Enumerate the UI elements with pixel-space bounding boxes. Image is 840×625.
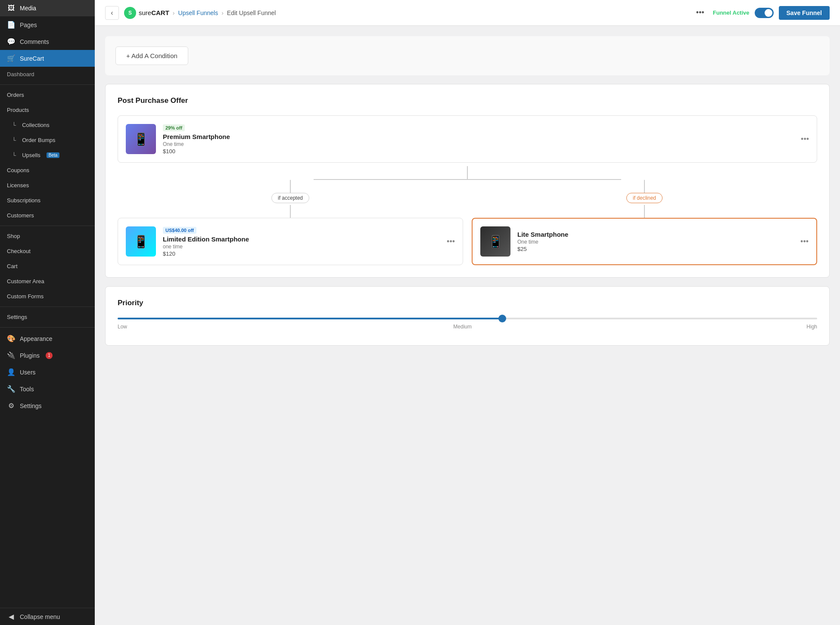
sidebar-item-order-bumps[interactable]: └ Order Bumps <box>0 133 95 148</box>
collapse-icon: ◀ <box>7 613 16 621</box>
cart-label: Cart <box>7 263 18 269</box>
sidebar-item-orders[interactable]: Orders <box>0 87 95 102</box>
add-condition-section: + Add A Condition <box>105 36 830 75</box>
main-product-frequency: One time <box>163 141 809 147</box>
appearance-icon: 🎨 <box>7 334 16 343</box>
sidebar-item-pages[interactable]: 📄 Pages <box>0 16 95 33</box>
slider-high-label: High <box>806 324 817 330</box>
sidebar-item-dashboard[interactable]: Dashboard <box>0 67 95 82</box>
settings-label: Settings <box>20 402 42 409</box>
collapse-label: Collapse menu <box>20 613 60 620</box>
shop-label: Shop <box>7 233 20 239</box>
orders-label: Orders <box>7 92 24 98</box>
accepted-product-info: US$40.00 off Limited Edition Smartphone … <box>163 226 455 257</box>
priority-card: Priority Low Medium High <box>105 286 830 346</box>
save-funnel-button[interactable]: Save Funnel <box>779 6 830 20</box>
sidebar-item-coupons[interactable]: Coupons <box>0 163 95 178</box>
declined-product-name: Lite Smartphone <box>517 231 809 238</box>
sidebar-item-custom-forms[interactable]: Custom Forms <box>0 289 95 304</box>
main-area: ‹ S sureCART › Upsell Funnels › Edit Ups… <box>95 0 840 625</box>
accepted-product-image: 📱 <box>126 226 156 257</box>
sidebar-item-appearance[interactable]: 🎨 Appearance <box>0 330 95 347</box>
flow-branch-line <box>314 179 622 180</box>
accepted-product-frequency: one time <box>163 244 455 250</box>
declined-branch: if declined 📱 Lite Smartphone One time $… <box>472 180 817 265</box>
logo-text: sureCART <box>139 9 169 16</box>
breadcrumb-upsell-funnels[interactable]: Upsell Funnels <box>178 9 218 16</box>
accepted-product-card: 📱 US$40.00 off Limited Edition Smartphon… <box>118 218 463 265</box>
priority-title: Priority <box>118 299 817 307</box>
flow-diagram: if accepted 📱 US$40.00 off Limited Editi… <box>118 166 817 265</box>
plugins-badge: 1 <box>46 352 53 359</box>
users-label: Users <box>20 369 36 376</box>
sidebar-item-products[interactable]: Products <box>0 102 95 118</box>
sidebar-item-surecart[interactable]: 🛒 SureCart <box>0 50 95 67</box>
collection-tree-icon: └ <box>12 122 16 128</box>
plugins-label: Plugins <box>20 352 40 359</box>
sidebar-item-settings[interactable]: ⚙ Settings <box>0 397 95 414</box>
sidebar-item-collections[interactable]: └ Collections <box>0 118 95 133</box>
accepted-product-discount: US$40.00 off <box>163 227 196 234</box>
priority-slider-fill <box>118 318 502 319</box>
sidebar-item-subscriptions[interactable]: Subscriptions <box>0 193 95 208</box>
sidebar-item-label: Pages <box>20 22 37 28</box>
sidebar-item-customers[interactable]: Customers <box>0 208 95 223</box>
orderbumps-tree-icon: └ <box>12 137 16 143</box>
collections-label: Collections <box>22 122 50 128</box>
sidebar-item-comments[interactable]: 💬 Comments <box>0 33 95 50</box>
sidebar-item-label: Media <box>20 5 36 12</box>
slider-low-label: Low <box>118 324 127 330</box>
back-button[interactable]: ‹ <box>105 6 119 20</box>
priority-slider-thumb[interactable] <box>498 315 506 322</box>
sidebar-item-upsells[interactable]: └ Upsells Beta <box>0 148 95 163</box>
main-product-info: 29% off Premium Smartphone One time $100 <box>163 124 809 155</box>
accepted-product-options-button[interactable]: ••• <box>445 235 457 248</box>
sidebar-item-collapse[interactable]: ◀ Collapse menu <box>0 608 95 625</box>
declined-product-card: 📱 Lite Smartphone One time $25 ••• <box>472 218 817 265</box>
topbar-more-options-button[interactable]: ••• <box>693 6 708 19</box>
sidebar-item-customer-area[interactable]: Customer Area <box>0 274 95 289</box>
customer-area-label: Customer Area <box>7 278 44 285</box>
sidebar-item-licenses[interactable]: Licenses <box>0 178 95 193</box>
sidebar-item-users[interactable]: 👤 Users <box>0 364 95 381</box>
tools-label: Tools <box>20 386 34 393</box>
breadcrumb-sep-2: › <box>221 9 224 16</box>
beta-badge: Beta <box>47 152 60 158</box>
declined-product-price: $25 <box>517 246 809 252</box>
flow-line-top <box>467 166 468 179</box>
sidebar-item-tools[interactable]: 🔧 Tools <box>0 381 95 397</box>
main-product-price: $100 <box>163 148 809 155</box>
upsells-tree-icon: └ <box>12 152 16 158</box>
funnel-active-toggle[interactable] <box>755 8 774 18</box>
post-purchase-title: Post Purchase Offer <box>118 96 817 105</box>
main-product-options-button[interactable]: ••• <box>799 133 811 145</box>
sidebar-item-cart[interactable]: Cart <box>0 259 95 274</box>
content-area: + Add A Condition Post Purchase Offer 📱 … <box>95 26 840 625</box>
main-product-discount: 29% off <box>163 124 185 131</box>
add-condition-button[interactable]: + Add A Condition <box>115 46 188 65</box>
plugins-icon: 🔌 <box>7 351 16 359</box>
surecart-icon: 🛒 <box>7 54 16 62</box>
sidebar-item-label: Comments <box>20 38 49 45</box>
sidebar-item-shop[interactable]: Shop <box>0 229 95 244</box>
declined-line-v2 <box>644 205 645 218</box>
declined-product-frequency: One time <box>517 239 809 245</box>
settings-icon: ⚙ <box>7 402 16 410</box>
sidebar-item-checkout[interactable]: Checkout <box>0 244 95 259</box>
declined-product-options-button[interactable]: ••• <box>799 235 810 248</box>
priority-slider-container: Low Medium High <box>118 318 817 330</box>
sidebar-item-settings-surecart[interactable]: Settings <box>0 309 95 325</box>
logo-circle: S <box>124 7 136 19</box>
subscriptions-label: Subscriptions <box>7 197 40 204</box>
settings-surecart-label: Settings <box>7 314 27 320</box>
sidebar-item-media[interactable]: 🖼 Media <box>0 0 95 16</box>
accepted-line-v <box>290 180 291 193</box>
priority-slider-track <box>118 318 817 319</box>
checkout-label: Checkout <box>7 248 31 254</box>
dashboard-label: Dashboard <box>7 71 34 77</box>
main-product-card: 📱 29% off Premium Smartphone One time $1… <box>118 115 817 163</box>
accepted-product-name: Limited Edition Smartphone <box>163 235 455 243</box>
sidebar-item-plugins[interactable]: 🔌 Plugins 1 <box>0 347 95 364</box>
products-label: Products <box>7 107 29 113</box>
custom-forms-label: Custom Forms <box>7 293 44 300</box>
